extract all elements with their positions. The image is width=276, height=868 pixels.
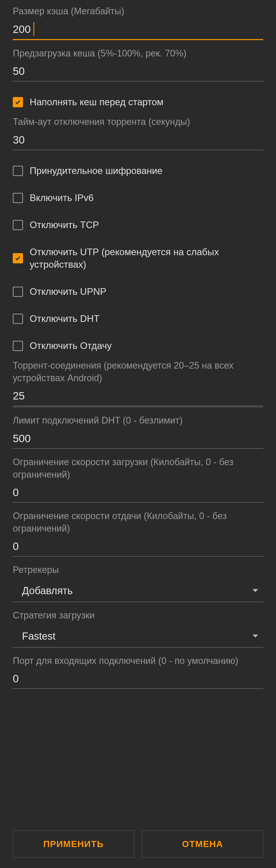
dht-limit-label: Лимит подключений DHT (0 - безлимит): [13, 414, 263, 427]
retrackers-value: Добавлять: [22, 585, 73, 596]
incoming-port-input[interactable]: [13, 671, 263, 689]
dht-limit-field: Лимит подключений DHT (0 - безлимит): [13, 414, 263, 449]
torrent-timeout-input[interactable]: [13, 132, 263, 150]
cache-size-input-wrapper: [13, 21, 263, 40]
checkmark-icon: [15, 99, 21, 105]
torrent-timeout-label: Тайм-аут отключения торрента (секунды): [13, 116, 263, 128]
fill-before-start-checkbox[interactable]: [13, 97, 23, 107]
force-encrypt-checkbox[interactable]: [13, 166, 23, 176]
cache-size-label: Размер кэша (Мегабайты): [13, 5, 263, 18]
settings-content: Размер кэша (Мегабайты) Предзагрузка кеш…: [13, 5, 263, 800]
cancel-button[interactable]: ОТМЕНА: [142, 830, 263, 858]
upload-speed-field: Ограничение скорости отдачи (Килобайты, …: [13, 510, 263, 557]
checkmark-icon: [15, 255, 21, 261]
enable-ipv6-checkbox[interactable]: [13, 193, 23, 203]
retrackers-dropdown[interactable]: Добавлять: [13, 580, 263, 602]
text-cursor-icon: [33, 22, 34, 36]
incoming-port-field: Порт для входящих подключений (0 - по ум…: [13, 655, 263, 689]
disable-tcp-checkbox[interactable]: [13, 220, 23, 230]
chevron-down-icon: [252, 589, 258, 592]
download-strategy-value: Fastest: [22, 630, 56, 642]
force-encrypt-label: Принудительное шифрование: [30, 164, 162, 177]
disable-upnp-checkbox[interactable]: [13, 287, 23, 297]
enable-ipv6-row[interactable]: Включить IPv6: [13, 184, 263, 212]
preload-cache-label: Предзагрузка кеша (5%-100%, рек. 70%): [13, 47, 263, 60]
download-strategy-field: Стратегия загрузки Fastest: [13, 609, 263, 648]
disable-tcp-label: Отключить TCP: [30, 219, 99, 231]
disable-upload-label: Отключить Отдачу: [30, 340, 112, 352]
disable-dht-checkbox[interactable]: [13, 314, 23, 324]
fill-before-start-row[interactable]: Наполнять кеш перед стартом: [13, 89, 263, 116]
force-encrypt-row[interactable]: Принудительное шифрование: [13, 157, 263, 184]
disable-utp-checkbox[interactable]: [13, 253, 23, 264]
settings-container: Размер кэша (Мегабайты) Предзагрузка кеш…: [0, 0, 276, 868]
download-speed-input[interactable]: [13, 484, 263, 503]
download-strategy-dropdown[interactable]: Fastest: [13, 625, 263, 648]
disable-upnp-label: Отключить UPNP: [30, 285, 106, 298]
torrent-connections-input[interactable]: [13, 388, 263, 406]
disable-dht-label: Отключить DHT: [30, 312, 99, 325]
download-strategy-label: Стратегия загрузки: [13, 609, 263, 622]
fill-before-start-label: Наполнять кеш перед стартом: [30, 96, 163, 108]
disable-dht-row[interactable]: Отключить DHT: [13, 305, 263, 332]
preload-cache-input[interactable]: [13, 63, 263, 82]
download-speed-field: Ограничение скорости загрузки (Килобайты…: [13, 456, 263, 503]
disable-upload-checkbox[interactable]: [13, 341, 23, 351]
cache-size-field: Размер кэша (Мегабайты): [13, 5, 263, 40]
disable-utp-row[interactable]: Отключить UTP (рекомендуется на слабых у…: [13, 239, 263, 278]
torrent-connections-field: Торрент-соединения (рекомендуется 20–25 …: [13, 360, 263, 407]
footer-buttons: ПРИМЕНИТЬ ОТМЕНА: [13, 800, 263, 858]
preload-cache-field: Предзагрузка кеша (5%-100%, рек. 70%): [13, 47, 263, 82]
torrent-timeout-field: Тайм-аут отключения торрента (секунды): [13, 116, 263, 150]
chevron-down-icon: [252, 634, 258, 638]
dht-limit-input[interactable]: [13, 430, 263, 449]
disable-upload-row[interactable]: Отключить Отдачу: [13, 332, 263, 360]
disable-upnp-row[interactable]: Отключить UPNP: [13, 278, 263, 305]
incoming-port-label: Порт для входящих подключений (0 - по ум…: [13, 655, 263, 667]
upload-speed-input[interactable]: [13, 538, 263, 557]
disable-utp-label: Отключить UTP (рекомендуется на слабых у…: [30, 246, 263, 271]
enable-ipv6-label: Включить IPv6: [30, 192, 94, 204]
upload-speed-label: Ограничение скорости отдачи (Килобайты, …: [13, 510, 263, 535]
cache-size-input[interactable]: [13, 21, 263, 40]
torrent-connections-label: Торрент-соединения (рекомендуется 20–25 …: [13, 360, 263, 384]
download-speed-label: Ограничение скорости загрузки (Килобайты…: [13, 456, 263, 481]
retrackers-label: Ретрекеры: [13, 564, 263, 576]
apply-button[interactable]: ПРИМЕНИТЬ: [13, 830, 134, 858]
disable-tcp-row[interactable]: Отключить TCP: [13, 212, 263, 239]
retrackers-field: Ретрекеры Добавлять: [13, 564, 263, 602]
